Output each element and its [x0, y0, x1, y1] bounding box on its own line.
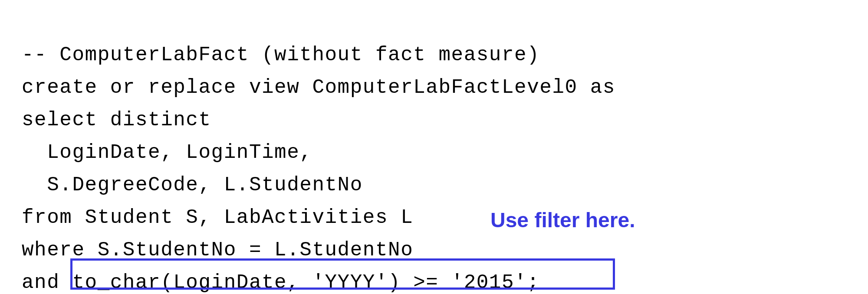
code-line-8: and to_char(LoginDate, 'YYYY') >= '2015'…	[22, 267, 615, 294]
code-line-7: where S.StudentNo = L.StudentNo	[22, 234, 615, 267]
code-line-4: LoginDate, LoginTime,	[22, 137, 615, 169]
code-line-5: S.DegreeCode, L.StudentNo	[22, 169, 615, 202]
code-line-2: create or replace view ComputerLabFactLe…	[22, 72, 615, 104]
annotation-label: Use filter here.	[490, 208, 635, 232]
code-line-3: select distinct	[22, 104, 615, 137]
code-block: -- ComputerLabFact (without fact measure…	[22, 7, 615, 294]
code-line-1: -- ComputerLabFact (without fact measure…	[22, 39, 615, 72]
